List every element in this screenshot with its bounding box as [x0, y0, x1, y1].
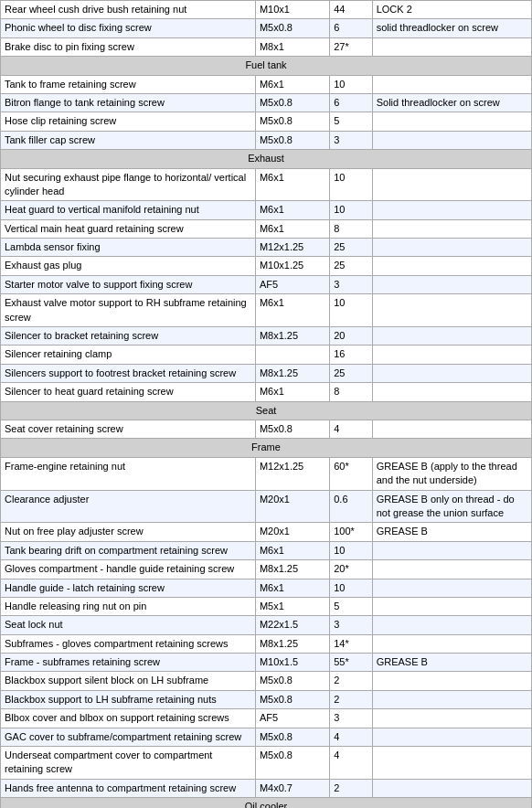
table-cell-col1: Phonic wheel to disc fixing screw: [1, 19, 256, 37]
table-cell-col2: M12x1.25: [255, 239, 329, 257]
table-cell-col3: 60*: [330, 457, 372, 490]
table-cell-col2: M8x1.25: [255, 634, 329, 653]
table-row: Hose clip retaining screwM5x0.85: [1, 112, 532, 131]
table-cell-col2: M10x1.25: [255, 257, 329, 275]
table-cell-col1: Blackbox support silent block on LH subf…: [1, 672, 256, 690]
table-cell-col1: Tank filler cap screw: [1, 131, 256, 149]
table-cell-col2: [255, 346, 329, 364]
table-cell-col4: [372, 579, 531, 597]
table-cell-col4: [372, 747, 531, 780]
table-row: Tank bearing drift on compartment retain…: [1, 541, 532, 559]
table-row: Phonic wheel to disc fixing screwM5x0.86…: [1, 19, 532, 37]
section-label: Frame: [1, 439, 532, 457]
table-cell-col2: M8x1.25: [255, 560, 329, 579]
table-cell-col1: Frame-engine retaining nut: [1, 457, 256, 490]
table-row: Seat lock nutM22x1.53: [1, 616, 532, 634]
table-cell-col1: Blbox cover and blbox on support retaini…: [1, 709, 256, 728]
section-header-row: Frame: [1, 439, 532, 457]
table-cell-col4: [372, 294, 531, 327]
table-cell-col2: M6x1: [255, 75, 329, 93]
table-row: Underseat compartment cover to compartme…: [1, 747, 532, 780]
table-cell-col2: M5x1: [255, 597, 329, 615]
table-cell-col3: 10: [330, 294, 372, 327]
section-header-row: Fuel tank: [1, 57, 532, 75]
table-row: Lambda sensor fixingM12x1.2525: [1, 239, 532, 257]
table-row: Nut securing exhaust pipe flange to hori…: [1, 168, 532, 201]
table-row: Silencer retaining clamp16: [1, 346, 532, 364]
table-row: Silencers support to footrest bracket re…: [1, 364, 532, 382]
table-cell-col3: 10: [330, 541, 372, 559]
table-cell-col4: [372, 112, 531, 131]
table-cell-col3: 3: [330, 616, 372, 634]
table-cell-col4: [372, 634, 531, 653]
table-cell-col4: [372, 364, 531, 382]
table-cell-col3: 16: [330, 346, 372, 364]
table-cell-col4: GREASE B only on thread - do not grease …: [372, 490, 531, 523]
table-row: Frame - subframes retaining screwM10x1.5…: [1, 654, 532, 672]
table-cell-col3: 20*: [330, 560, 372, 579]
table-row: Handle releasing ring nut on pinM5x15: [1, 597, 532, 615]
table-cell-col1: Exhaust gas plug: [1, 257, 256, 275]
table-cell-col4: [372, 541, 531, 559]
table-row: Bitron flange to tank retaining screwM5x…: [1, 93, 532, 112]
table-cell-col3: 3: [330, 131, 372, 149]
table-row: Rear wheel cush drive bush retaining nut…: [1, 1, 532, 19]
table-cell-col2: M5x0.8: [255, 728, 329, 746]
table-cell-col3: 8: [330, 219, 372, 238]
section-label: Fuel tank: [1, 57, 532, 75]
table-cell-col2: M6x1: [255, 579, 329, 597]
table-row: Seat cover retaining screwM5x0.84: [1, 420, 532, 438]
table-cell-col1: Silencer to bracket retaining screw: [1, 327, 256, 346]
table-cell-col4: [372, 383, 531, 401]
table-row: Exhaust gas plugM10x1.2525: [1, 257, 532, 275]
table-cell-col3: 20: [330, 327, 372, 346]
table-cell-col3: 27*: [330, 37, 372, 56]
table-cell-col1: Vertical main heat guard retaining screw: [1, 219, 256, 238]
table-cell-col3: 10: [330, 168, 372, 201]
table-cell-col4: [372, 327, 531, 346]
table-cell-col2: M6x1: [255, 294, 329, 327]
table-row: Blackbox support silent block on LH subf…: [1, 672, 532, 690]
table-cell-col4: [372, 201, 531, 219]
table-cell-col1: Handle guide - latch retaining screw: [1, 579, 256, 597]
table-cell-col4: [372, 709, 531, 728]
table-cell-col2: M10x1: [255, 1, 329, 19]
torque-table: Rear wheel cush drive bush retaining nut…: [0, 0, 532, 808]
table-cell-col3: 10: [330, 75, 372, 93]
table-row: Starter motor valve to support fixing sc…: [1, 275, 532, 293]
table-cell-col3: 25: [330, 239, 372, 257]
table-cell-col1: Frame - subframes retaining screw: [1, 654, 256, 672]
table-row: Nut on free play adjuster screwM20x1100*…: [1, 523, 532, 541]
table-cell-col2: M5x0.8: [255, 747, 329, 780]
table-cell-col1: Gloves compartment - handle guide retain…: [1, 560, 256, 579]
table-cell-col3: 10: [330, 579, 372, 597]
table-row: Tank filler cap screwM5x0.83: [1, 131, 532, 149]
section-label: Exhaust: [1, 150, 532, 168]
section-header-row: Oil cooler: [1, 798, 532, 808]
table-cell-col2: M8x1.25: [255, 327, 329, 346]
table-cell-col1: Starter motor valve to support fixing sc…: [1, 275, 256, 293]
table-row: Brake disc to pin fixing screwM8x127*: [1, 37, 532, 56]
table-cell-col2: M8x1.25: [255, 364, 329, 382]
table-cell-col1: Brake disc to pin fixing screw: [1, 37, 256, 56]
table-cell-col2: M6x1: [255, 541, 329, 559]
table-cell-col3: 4: [330, 420, 372, 438]
table-cell-col4: [372, 779, 531, 797]
table-cell-col1: Tank to frame retaining screw: [1, 75, 256, 93]
table-row: Vertical main heat guard retaining screw…: [1, 219, 532, 238]
table-cell-col1: Exhaust valve motor support to RH subfra…: [1, 294, 256, 327]
table-cell-col3: 55*: [330, 654, 372, 672]
table-cell-col4: solid threadlocker on screw: [372, 19, 531, 37]
table-cell-col4: [372, 346, 531, 364]
table-cell-col3: 3: [330, 709, 372, 728]
table-cell-col4: [372, 131, 531, 149]
table-cell-col2: M5x0.8: [255, 93, 329, 112]
section-label: Oil cooler: [1, 798, 532, 808]
table-cell-col4: [372, 420, 531, 438]
table-cell-col3: 6: [330, 93, 372, 112]
table-cell-col3: 4: [330, 728, 372, 746]
table-row: Tank to frame retaining screwM6x110: [1, 75, 532, 93]
table-cell-col3: 44: [330, 1, 372, 19]
table-cell-col2: M5x0.8: [255, 672, 329, 690]
table-cell-col2: M4x0.7: [255, 779, 329, 797]
